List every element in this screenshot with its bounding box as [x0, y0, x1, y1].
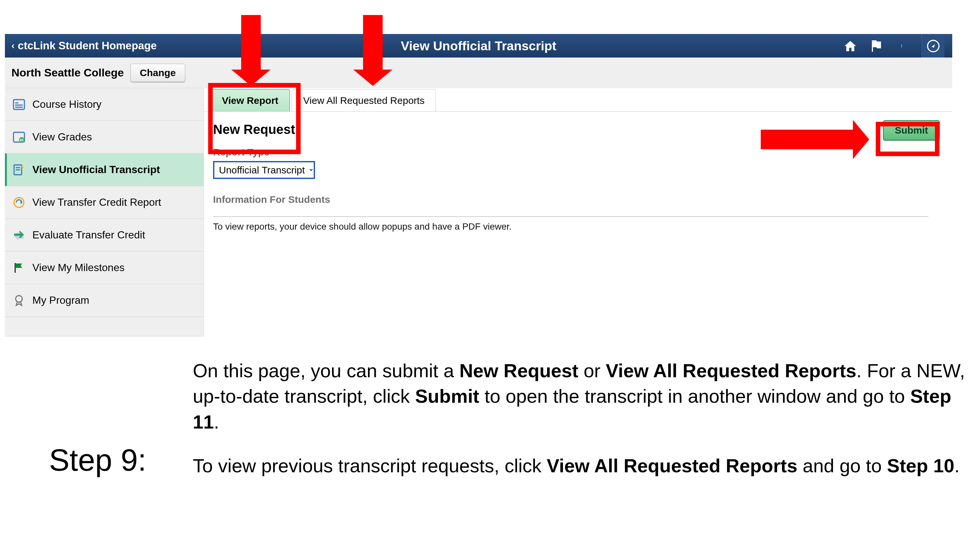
- divider: [213, 216, 928, 217]
- sidebar-item-view-milestones[interactable]: View My Milestones: [5, 251, 204, 284]
- flag-icon[interactable]: [869, 39, 884, 53]
- sidebar-item-label: View Transfer Credit Report: [32, 196, 161, 208]
- instr-text-strong: Submit: [415, 386, 479, 407]
- report-type-select-wrap: Unofficial Transcript: [213, 161, 943, 179]
- sidebar-item-empty: [5, 317, 204, 337]
- college-name: North Seattle College: [11, 66, 124, 79]
- content-top-strip: [204, 57, 952, 88]
- sidebar: Course History 85 View Grades View Unoff…: [5, 88, 204, 337]
- instr-text-span: On this page, you can submit a: [193, 360, 460, 381]
- arrow-right-icon: [761, 130, 856, 149]
- svg-rect-7: [15, 106, 22, 108]
- sidebar-item-label: View Unofficial Transcript: [32, 164, 160, 176]
- transfer-report-icon: [11, 195, 27, 210]
- tabs: View Report View All Requested Reports: [204, 88, 952, 112]
- change-button[interactable]: Change: [130, 64, 185, 82]
- svg-rect-6: [15, 105, 22, 105]
- sidebar-item-course-history[interactable]: Course History: [5, 88, 204, 121]
- subheader: North Seattle College Change: [5, 57, 204, 88]
- compass-button[interactable]: [921, 34, 944, 58]
- svg-point-2: [901, 47, 902, 48]
- back-button-label: ctcLink Student Homepage: [18, 40, 156, 52]
- instr-text-strong: New Request: [460, 360, 578, 381]
- calendar-list-icon: [11, 97, 27, 112]
- sidebar-item-label: Evaluate Transfer Credit: [32, 229, 145, 241]
- ribbon-icon: [11, 293, 27, 308]
- main-content: View Report View All Requested Reports S…: [204, 88, 952, 356]
- step-label: Step 9:: [49, 377, 186, 478]
- sidebar-item-label: View My Milestones: [32, 262, 124, 274]
- sidebar-item-label: Course History: [32, 98, 102, 110]
- sidebar-item-label: View Grades: [32, 131, 92, 143]
- milestone-flag-icon: [11, 260, 27, 275]
- app-header: ‹ ctcLink Student Homepage View Unoffici…: [5, 34, 952, 57]
- grades-icon: 85: [11, 130, 27, 145]
- instructions: Step 9: On this page, you can submit a N…: [49, 358, 974, 497]
- tab-view-report[interactable]: View Report: [210, 89, 290, 111]
- home-icon[interactable]: [843, 39, 858, 53]
- instr-text-span: or: [578, 360, 606, 381]
- menu-dots-icon[interactable]: [896, 39, 910, 53]
- instr-text-span: to open the transcript in another window…: [479, 386, 910, 407]
- evaluate-transfer-icon: [11, 228, 27, 243]
- instr-text-strong: View All Requested Reports: [547, 455, 797, 476]
- back-button[interactable]: ‹ ctcLink Student Homepage: [5, 34, 163, 57]
- sidebar-item-view-grades[interactable]: 85 View Grades: [5, 121, 204, 154]
- transcript-icon: [11, 162, 27, 177]
- chevron-left-icon: ‹: [11, 41, 14, 51]
- screenshot-area: ‹ ctcLink Student Homepage View Unoffici…: [5, 34, 952, 356]
- arrow-down-icon: [363, 15, 383, 72]
- arrow-down-icon: [241, 15, 261, 72]
- svg-text:85: 85: [20, 138, 24, 142]
- sidebar-item-my-program[interactable]: My Program: [5, 284, 204, 317]
- sidebar-item-evaluate-transfer-credit[interactable]: Evaluate Transfer Credit: [5, 219, 204, 251]
- header-actions: [837, 34, 952, 58]
- svg-point-1: [901, 46, 902, 46]
- sidebar-item-view-unofficial-transcript[interactable]: View Unofficial Transcript: [5, 154, 204, 186]
- tab-view-all-requested-reports[interactable]: View All Requested Reports: [292, 89, 436, 111]
- instr-text-strong: Step 10: [887, 455, 954, 476]
- svg-point-15: [16, 295, 22, 302]
- instr-text-span: To view previous transcript requests, cl…: [193, 455, 547, 476]
- instr-text-span: and go to: [797, 455, 887, 476]
- sidebar-item-transfer-credit-report[interactable]: View Transfer Credit Report: [5, 186, 204, 219]
- instr-text-strong: View All Requested Reports: [606, 360, 856, 381]
- info-heading: Information For Students: [213, 194, 943, 205]
- instr-text-span: .: [955, 455, 960, 476]
- sidebar-item-label: My Program: [32, 294, 89, 306]
- submit-button[interactable]: Submit: [883, 120, 940, 140]
- info-note: To view reports, your device should allo…: [213, 221, 943, 232]
- svg-point-0: [901, 45, 902, 45]
- instr-text-span: .: [214, 411, 219, 432]
- report-type-select[interactable]: Unofficial Transcript: [213, 161, 315, 179]
- svg-rect-5: [15, 102, 18, 103]
- instruction-text: On this page, you can submit a New Reque…: [193, 358, 974, 497]
